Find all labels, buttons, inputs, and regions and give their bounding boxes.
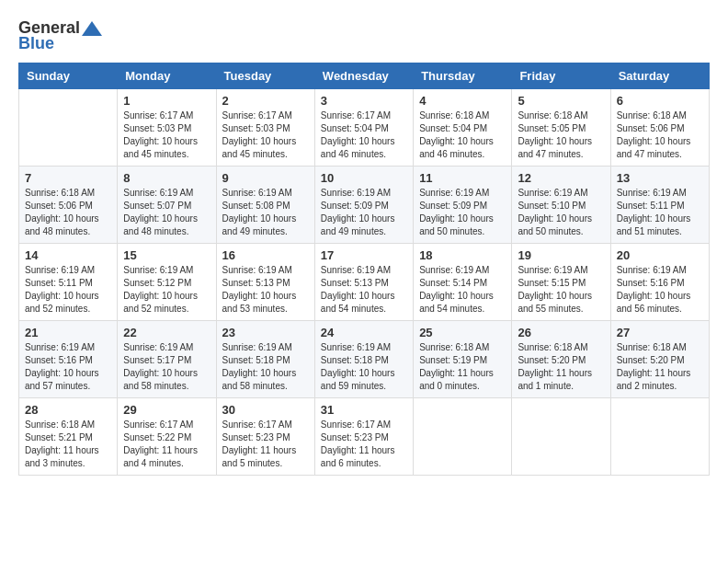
calendar-cell: 16Sunrise: 6:19 AM Sunset: 5:13 PM Dayli… bbox=[216, 244, 314, 321]
day-info: Sunrise: 6:19 AM Sunset: 5:18 PM Dayligh… bbox=[321, 341, 407, 393]
calendar-cell: 25Sunrise: 6:18 AM Sunset: 5:19 PM Dayli… bbox=[414, 321, 512, 398]
page-header: General Blue bbox=[18, 18, 710, 53]
day-info: Sunrise: 6:19 AM Sunset: 5:17 PM Dayligh… bbox=[123, 341, 210, 393]
calendar-header-friday: Friday bbox=[512, 63, 610, 89]
calendar-cell: 2Sunrise: 6:17 AM Sunset: 5:03 PM Daylig… bbox=[216, 89, 314, 167]
calendar-row-2: 14Sunrise: 6:19 AM Sunset: 5:11 PM Dayli… bbox=[19, 244, 710, 321]
calendar-cell: 19Sunrise: 6:19 AM Sunset: 5:15 PM Dayli… bbox=[512, 244, 610, 321]
calendar-header-saturday: Saturday bbox=[610, 63, 709, 89]
day-info: Sunrise: 6:19 AM Sunset: 5:16 PM Dayligh… bbox=[25, 341, 111, 393]
day-number: 25 bbox=[419, 326, 506, 339]
calendar-cell: 30Sunrise: 6:17 AM Sunset: 5:23 PM Dayli… bbox=[216, 398, 314, 476]
calendar-cell: 22Sunrise: 6:19 AM Sunset: 5:17 PM Dayli… bbox=[118, 321, 216, 398]
day-number: 18 bbox=[419, 248, 506, 262]
calendar-cell bbox=[19, 89, 118, 167]
logo-blue-text: Blue bbox=[18, 34, 54, 53]
day-info: Sunrise: 6:19 AM Sunset: 5:10 PM Dayligh… bbox=[518, 187, 604, 238]
day-number: 14 bbox=[25, 248, 111, 262]
calendar-cell: 1Sunrise: 6:17 AM Sunset: 5:03 PM Daylig… bbox=[118, 89, 216, 167]
day-info: Sunrise: 6:18 AM Sunset: 5:04 PM Dayligh… bbox=[419, 109, 506, 161]
calendar-cell: 14Sunrise: 6:19 AM Sunset: 5:11 PM Dayli… bbox=[19, 244, 118, 321]
calendar-cell: 4Sunrise: 6:18 AM Sunset: 5:04 PM Daylig… bbox=[414, 89, 512, 167]
day-number: 20 bbox=[617, 248, 703, 262]
calendar-cell: 27Sunrise: 6:18 AM Sunset: 5:20 PM Dayli… bbox=[610, 321, 709, 398]
day-number: 30 bbox=[222, 403, 309, 417]
day-number: 17 bbox=[321, 248, 407, 262]
svg-marker-0 bbox=[82, 21, 102, 36]
day-number: 10 bbox=[321, 171, 407, 185]
day-number: 8 bbox=[123, 171, 210, 185]
calendar-header-monday: Monday bbox=[118, 63, 216, 89]
day-info: Sunrise: 6:17 AM Sunset: 5:23 PM Dayligh… bbox=[222, 419, 309, 470]
day-number: 1 bbox=[123, 94, 210, 108]
calendar-cell: 5Sunrise: 6:18 AM Sunset: 5:05 PM Daylig… bbox=[512, 89, 610, 167]
calendar-header-sunday: Sunday bbox=[19, 63, 118, 89]
day-info: Sunrise: 6:19 AM Sunset: 5:14 PM Dayligh… bbox=[419, 264, 506, 316]
calendar-row-4: 28Sunrise: 6:18 AM Sunset: 5:21 PM Dayli… bbox=[19, 398, 710, 476]
calendar-cell: 29Sunrise: 6:17 AM Sunset: 5:22 PM Dayli… bbox=[118, 398, 216, 476]
day-info: Sunrise: 6:19 AM Sunset: 5:09 PM Dayligh… bbox=[321, 187, 407, 238]
day-info: Sunrise: 6:19 AM Sunset: 5:18 PM Dayligh… bbox=[222, 341, 309, 393]
calendar-cell: 15Sunrise: 6:19 AM Sunset: 5:12 PM Dayli… bbox=[118, 244, 216, 321]
day-number: 28 bbox=[25, 403, 111, 417]
calendar-cell: 6Sunrise: 6:18 AM Sunset: 5:06 PM Daylig… bbox=[610, 89, 709, 167]
day-info: Sunrise: 6:19 AM Sunset: 5:11 PM Dayligh… bbox=[617, 187, 703, 238]
calendar-header-row: SundayMondayTuesdayWednesdayThursdayFrid… bbox=[19, 63, 710, 89]
calendar-cell: 13Sunrise: 6:19 AM Sunset: 5:11 PM Dayli… bbox=[610, 167, 709, 244]
day-number: 31 bbox=[321, 403, 407, 417]
day-info: Sunrise: 6:17 AM Sunset: 5:04 PM Dayligh… bbox=[321, 109, 407, 161]
calendar-cell: 3Sunrise: 6:17 AM Sunset: 5:04 PM Daylig… bbox=[314, 89, 413, 167]
calendar-cell: 7Sunrise: 6:18 AM Sunset: 5:06 PM Daylig… bbox=[19, 167, 118, 244]
day-number: 5 bbox=[518, 94, 604, 108]
calendar-row-3: 21Sunrise: 6:19 AM Sunset: 5:16 PM Dayli… bbox=[19, 321, 710, 398]
day-number: 21 bbox=[25, 326, 111, 339]
day-number: 15 bbox=[123, 248, 210, 262]
calendar-cell: 24Sunrise: 6:19 AM Sunset: 5:18 PM Dayli… bbox=[314, 321, 413, 398]
day-number: 12 bbox=[518, 171, 604, 185]
day-info: Sunrise: 6:18 AM Sunset: 5:06 PM Dayligh… bbox=[617, 109, 703, 161]
day-number: 2 bbox=[222, 94, 309, 108]
day-number: 26 bbox=[518, 326, 604, 339]
day-number: 3 bbox=[321, 94, 407, 108]
day-info: Sunrise: 6:18 AM Sunset: 5:20 PM Dayligh… bbox=[617, 341, 703, 393]
calendar-cell: 11Sunrise: 6:19 AM Sunset: 5:09 PM Dayli… bbox=[414, 167, 512, 244]
day-number: 16 bbox=[222, 248, 309, 262]
calendar-table: SundayMondayTuesdayWednesdayThursdayFrid… bbox=[18, 63, 710, 476]
calendar-cell bbox=[610, 398, 709, 476]
calendar-cell: 9Sunrise: 6:19 AM Sunset: 5:08 PM Daylig… bbox=[216, 167, 314, 244]
day-number: 4 bbox=[419, 94, 506, 108]
day-number: 6 bbox=[617, 94, 703, 108]
calendar-cell: 12Sunrise: 6:19 AM Sunset: 5:10 PM Dayli… bbox=[512, 167, 610, 244]
calendar-cell: 28Sunrise: 6:18 AM Sunset: 5:21 PM Dayli… bbox=[19, 398, 118, 476]
day-number: 24 bbox=[321, 326, 407, 339]
calendar-cell: 20Sunrise: 6:19 AM Sunset: 5:16 PM Dayli… bbox=[610, 244, 709, 321]
day-info: Sunrise: 6:19 AM Sunset: 5:13 PM Dayligh… bbox=[321, 264, 407, 316]
day-number: 9 bbox=[222, 171, 309, 185]
calendar-cell bbox=[512, 398, 610, 476]
day-info: Sunrise: 6:18 AM Sunset: 5:21 PM Dayligh… bbox=[25, 419, 111, 470]
day-number: 29 bbox=[123, 403, 210, 417]
day-info: Sunrise: 6:19 AM Sunset: 5:15 PM Dayligh… bbox=[518, 264, 604, 316]
calendar-cell: 31Sunrise: 6:17 AM Sunset: 5:23 PM Dayli… bbox=[314, 398, 413, 476]
calendar-header-tuesday: Tuesday bbox=[216, 63, 314, 89]
calendar-cell: 17Sunrise: 6:19 AM Sunset: 5:13 PM Dayli… bbox=[314, 244, 413, 321]
calendar-cell: 10Sunrise: 6:19 AM Sunset: 5:09 PM Dayli… bbox=[314, 167, 413, 244]
day-info: Sunrise: 6:18 AM Sunset: 5:05 PM Dayligh… bbox=[518, 109, 604, 161]
day-info: Sunrise: 6:19 AM Sunset: 5:13 PM Dayligh… bbox=[222, 264, 309, 316]
day-info: Sunrise: 6:19 AM Sunset: 5:09 PM Dayligh… bbox=[419, 187, 506, 238]
day-number: 27 bbox=[617, 326, 703, 339]
day-info: Sunrise: 6:18 AM Sunset: 5:20 PM Dayligh… bbox=[518, 341, 604, 393]
day-number: 19 bbox=[518, 248, 604, 262]
day-info: Sunrise: 6:18 AM Sunset: 5:19 PM Dayligh… bbox=[419, 341, 506, 393]
calendar-cell: 23Sunrise: 6:19 AM Sunset: 5:18 PM Dayli… bbox=[216, 321, 314, 398]
calendar-row-0: 1Sunrise: 6:17 AM Sunset: 5:03 PM Daylig… bbox=[19, 89, 710, 167]
day-info: Sunrise: 6:18 AM Sunset: 5:06 PM Dayligh… bbox=[25, 187, 111, 238]
day-number: 22 bbox=[123, 326, 210, 339]
day-info: Sunrise: 6:17 AM Sunset: 5:03 PM Dayligh… bbox=[222, 109, 309, 161]
day-info: Sunrise: 6:19 AM Sunset: 5:08 PM Dayligh… bbox=[222, 187, 309, 238]
calendar-header-wednesday: Wednesday bbox=[314, 63, 413, 89]
calendar-cell: 21Sunrise: 6:19 AM Sunset: 5:16 PM Dayli… bbox=[19, 321, 118, 398]
calendar-cell: 8Sunrise: 6:19 AM Sunset: 5:07 PM Daylig… bbox=[118, 167, 216, 244]
day-info: Sunrise: 6:19 AM Sunset: 5:07 PM Dayligh… bbox=[123, 187, 210, 238]
day-info: Sunrise: 6:17 AM Sunset: 5:22 PM Dayligh… bbox=[123, 419, 210, 470]
